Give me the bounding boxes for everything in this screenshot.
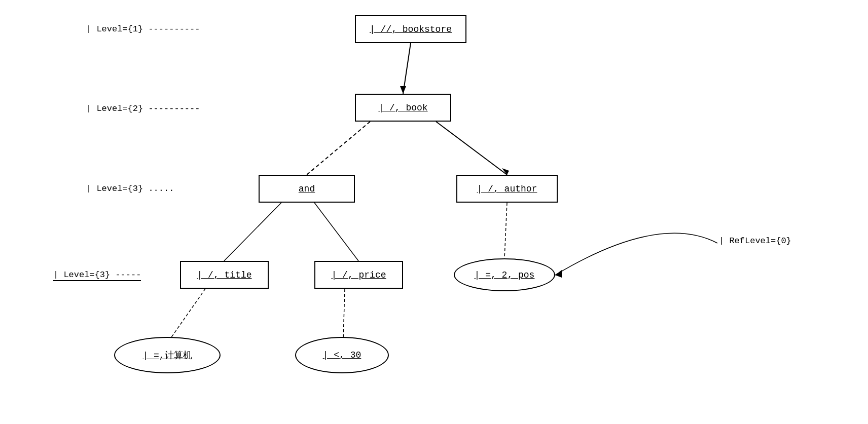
price-node: | /, price <box>314 261 403 289</box>
svg-line-2 <box>436 122 507 175</box>
price-label: | /, price <box>331 270 386 280</box>
and-label: and <box>299 184 315 194</box>
author-node: | /, author <box>456 175 558 203</box>
title-label: | /, title <box>197 270 251 280</box>
reflevel-label: | RefLevel={0} <box>719 236 791 246</box>
svg-line-9 <box>504 203 507 258</box>
pos-label: | =, 2, pos <box>475 270 535 280</box>
level3a-label: | Level={3} ..... <box>86 184 174 194</box>
svg-line-5 <box>224 203 281 261</box>
svg-line-4 <box>307 122 370 175</box>
svg-marker-1 <box>400 86 406 94</box>
svg-line-8 <box>343 289 345 339</box>
lt30-node: | <, 30 <box>295 337 389 373</box>
bookstore-label: | //, bookstore <box>370 24 452 34</box>
eq-computer-node: | =,计算机 <box>114 337 221 373</box>
book-node: | /, book <box>355 94 451 122</box>
bookstore-node: | //, bookstore <box>355 15 466 43</box>
eq-computer-label: | =,计算机 <box>142 349 192 361</box>
svg-line-7 <box>170 289 205 339</box>
author-label: | /, author <box>477 184 537 194</box>
svg-line-0 <box>403 43 411 94</box>
title-node: | /, title <box>180 261 269 289</box>
and-node: and <box>259 175 355 203</box>
svg-line-6 <box>314 203 358 261</box>
level1-label: | Level={1} ---------- <box>86 24 200 34</box>
lt30-label: | <, 30 <box>323 350 361 360</box>
level3b-label: | Level={3} ----- <box>53 270 141 281</box>
diagram: | //, bookstore | /, book and | /, autho… <box>0 0 868 424</box>
svg-marker-3 <box>502 168 509 175</box>
svg-marker-10 <box>555 270 562 278</box>
book-label: | /, book <box>378 103 427 113</box>
pos-node: | =, 2, pos <box>454 258 555 291</box>
level2-label: | Level={2} ---------- <box>86 104 200 113</box>
